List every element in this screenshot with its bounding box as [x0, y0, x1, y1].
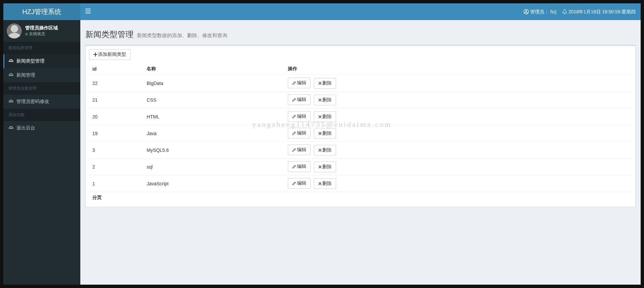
edit-button-label: 编辑	[297, 164, 306, 170]
col-header-ops: 操作	[285, 63, 632, 75]
table-row: 3MySQL5.6编辑删除	[89, 142, 632, 159]
user-panel-title: 管理员操作区域	[25, 25, 58, 31]
cell-name: CSS	[143, 92, 285, 108]
close-icon	[318, 82, 322, 85]
bars-icon	[85, 9, 91, 13]
cell-ops: 编辑删除	[285, 92, 632, 108]
user-circle-icon	[524, 9, 529, 14]
sidebar-item-news-type[interactable]: 新闻类型管理	[3, 54, 80, 68]
navbar-right: 管理员： hzj 2018年1月18日 18:50:59:星期四	[524, 3, 636, 20]
admin-info[interactable]: 管理员： hzj	[524, 3, 556, 20]
table-row: 22BigData编辑删除	[89, 75, 632, 92]
admin-name: hzj	[550, 3, 556, 20]
online-dot-icon	[25, 33, 28, 35]
cell-name: Java	[143, 125, 285, 142]
delete-button-label: 删除	[322, 97, 332, 103]
cell-id: 19	[89, 125, 143, 142]
sidebar-item-label: 新闻类型管理	[16, 58, 45, 64]
sidebar-item-label: 新闻管理	[16, 72, 35, 78]
delete-button[interactable]: 删除	[314, 178, 336, 189]
close-icon	[318, 98, 322, 102]
edit-icon	[292, 81, 296, 85]
delete-button-label: 删除	[322, 80, 332, 86]
cell-name: BigData	[143, 75, 285, 92]
delete-button[interactable]: 删除	[314, 128, 336, 139]
edit-button-label: 编辑	[297, 97, 306, 103]
content-box: 添加新闻类型 id 名称 操作 22BigData编辑删除21CSS编辑删除20…	[85, 45, 636, 207]
cell-id: 3	[89, 142, 143, 159]
table-row: 1JavaScript编辑删除	[89, 175, 632, 192]
brand-logo[interactable]: HZJ管理系统	[3, 3, 80, 20]
menu-toggle-button[interactable]	[85, 3, 91, 20]
page-title: 新闻类型管理	[85, 30, 134, 39]
col-header-name: 名称	[143, 63, 285, 75]
delete-button[interactable]: 删除	[314, 162, 336, 172]
edit-icon	[292, 98, 296, 102]
datetime-text: 2018年1月18日 18:50:59:星期四	[568, 3, 636, 20]
add-news-type-button[interactable]: 添加新闻类型	[89, 49, 131, 60]
edit-button[interactable]: 编辑	[288, 145, 311, 155]
user-status: 在线状态	[25, 31, 58, 37]
cell-name: MySQL5.6	[143, 142, 285, 159]
sidebar-item-logout[interactable]: 退出后台	[3, 121, 80, 135]
navbar: 管理员： hzj 2018年1月18日 18:50:59:星期四	[80, 3, 641, 20]
cell-ops: 编辑删除	[285, 175, 632, 192]
delete-button-label: 删除	[322, 181, 332, 187]
sidebar-group-header: 系统功能	[3, 109, 80, 121]
edit-icon	[292, 114, 296, 118]
add-button-label: 添加新闻类型	[98, 52, 126, 58]
delete-button-label: 删除	[322, 164, 332, 170]
content-header: 新闻类型管理 新闻类型数据的添加、删除、修改和查询	[85, 25, 636, 45]
close-icon	[318, 132, 322, 135]
dashboard-icon	[8, 125, 14, 131]
cell-ops: 编辑删除	[285, 108, 632, 125]
edit-button[interactable]: 编辑	[288, 94, 311, 105]
cell-id: 1	[89, 175, 143, 192]
edit-button[interactable]: 编辑	[288, 161, 311, 172]
table-row: 20HTML编辑删除	[89, 108, 632, 125]
svg-point-2	[11, 61, 11, 62]
table-row: 2sql编辑删除	[89, 159, 632, 175]
pager-row: 分页	[89, 192, 632, 204]
edit-button-label: 编辑	[297, 180, 306, 186]
cell-name: HTML	[143, 108, 285, 125]
edit-button-label: 编辑	[297, 113, 306, 119]
pager-label: 分页	[89, 192, 632, 204]
cell-ops: 编辑删除	[285, 159, 632, 175]
bell-icon	[562, 9, 567, 14]
edit-button-label: 编辑	[297, 147, 306, 153]
table-header-row: id 名称 操作	[89, 63, 632, 75]
sidebar-item-label: 退出后台	[16, 125, 35, 131]
plus-icon	[93, 53, 97, 57]
edit-button[interactable]: 编辑	[288, 78, 311, 88]
delete-button[interactable]: 删除	[314, 145, 336, 156]
sidebar-item-news[interactable]: 新闻管理	[3, 68, 80, 82]
delete-button-label: 删除	[322, 130, 332, 136]
cell-ops: 编辑删除	[285, 75, 632, 92]
col-header-id: id	[89, 63, 143, 75]
close-icon	[318, 182, 322, 185]
delete-button[interactable]: 删除	[314, 95, 336, 105]
delete-button-label: 删除	[322, 147, 332, 153]
sidebar-group-header: 管理员信息管理	[3, 82, 80, 95]
sidebar-group-header: 新闻信息管理	[3, 42, 80, 54]
table-row: 19Java编辑删除	[89, 125, 632, 142]
edit-button[interactable]: 编辑	[288, 128, 311, 138]
cell-id: 22	[89, 75, 143, 92]
delete-button[interactable]: 删除	[314, 111, 336, 122]
datetime-display: 2018年1月18日 18:50:59:星期四	[562, 3, 636, 20]
edit-button[interactable]: 编辑	[288, 111, 311, 122]
close-icon	[318, 165, 322, 169]
delete-button[interactable]: 删除	[314, 78, 336, 89]
sidebar: 管理员操作区域 在线状态 新闻信息管理新闻类型管理新闻管理管理员信息管理管理员密…	[3, 20, 80, 285]
user-status-text: 在线状态	[29, 31, 45, 37]
svg-point-4	[11, 102, 11, 102]
edit-button-label: 编辑	[297, 130, 306, 136]
sidebar-item-admin-password[interactable]: 管理员密码修改	[3, 95, 80, 109]
close-icon	[318, 149, 322, 152]
cell-id: 2	[89, 159, 143, 175]
cell-ops: 编辑删除	[285, 125, 632, 142]
cell-name: JavaScript	[143, 175, 285, 192]
edit-button[interactable]: 编辑	[288, 178, 311, 189]
close-icon	[318, 115, 322, 118]
